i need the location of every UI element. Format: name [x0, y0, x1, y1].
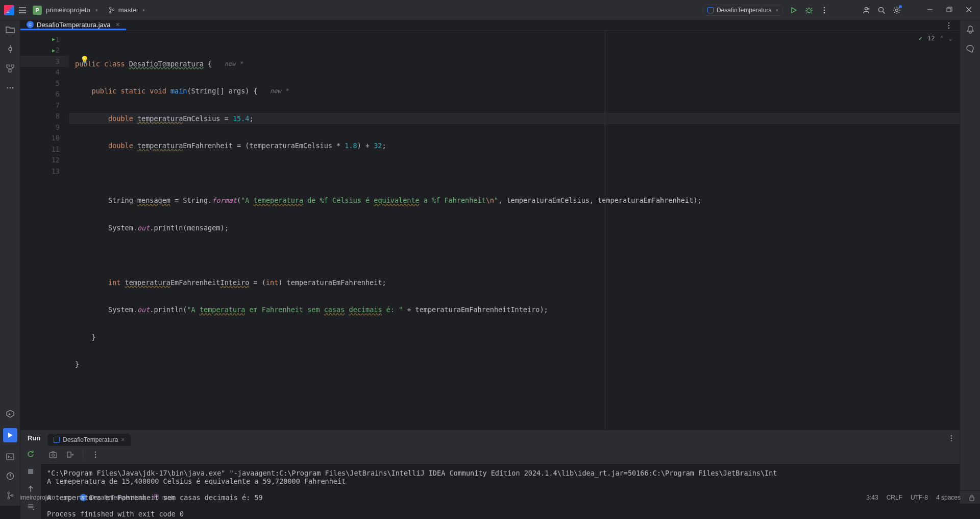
run-config-name: DesafioTemperatura: [717, 7, 772, 14]
svg-point-34: [95, 456, 96, 457]
exit-icon[interactable]: [65, 450, 76, 460]
readonly-lock-icon[interactable]: [969, 494, 975, 501]
line-number: 3: [56, 57, 60, 65]
debug-button[interactable]: [804, 6, 814, 15]
output-line: A temperatura em Fahrenheit sem casas de…: [47, 493, 263, 502]
project-name[interactable]: primeiroprojeto: [46, 6, 90, 14]
notifications-icon[interactable]: [965, 25, 975, 35]
main-menu-button[interactable]: [18, 7, 29, 14]
problems-icon[interactable]: [5, 471, 15, 481]
editor-tab[interactable]: C DesafioTemperatura.java ×: [20, 20, 126, 30]
svg-point-3: [112, 9, 114, 11]
svg-point-19: [948, 22, 949, 23]
run-actions: [41, 446, 960, 464]
terminal-icon[interactable]: [5, 452, 15, 462]
run-side-toolbar: [20, 446, 41, 520]
left-lower-toolbar: [0, 404, 20, 506]
svg-point-39: [11, 494, 13, 497]
right-margin-line: [605, 31, 605, 430]
camera-icon[interactable]: [48, 450, 58, 460]
svg-point-2: [109, 11, 111, 13]
svg-point-20: [948, 25, 949, 26]
up-arrow-icon[interactable]: [26, 484, 36, 494]
run-button[interactable]: [789, 6, 798, 15]
bulb-icon[interactable]: 💡: [80, 56, 89, 64]
code-content[interactable]: 💡 public class DesafioTemperatura { new …: [69, 31, 960, 430]
line-number: 13: [52, 167, 60, 175]
code-line: [69, 386, 960, 397]
more-tool-icon[interactable]: [5, 83, 15, 93]
run-tab-more[interactable]: [943, 431, 960, 446]
run-config-icon: [707, 7, 714, 13]
chevron-down-icon[interactable]: ▾: [95, 8, 98, 13]
search-everywhere-icon[interactable]: [877, 6, 886, 15]
minimize-button[interactable]: [927, 7, 934, 14]
code-line: System.out.println("A temperatura em Fah…: [69, 304, 960, 316]
svg-point-24: [951, 440, 952, 441]
vcs-branch[interactable]: master ▾: [108, 6, 145, 14]
maximize-button[interactable]: [946, 7, 953, 14]
chevron-down-icon: ▾: [142, 8, 145, 13]
rerun-icon[interactable]: [26, 449, 36, 459]
svg-point-21: [948, 27, 949, 28]
stop-icon[interactable]: [26, 466, 36, 477]
project-icon: P: [33, 6, 42, 15]
commit-tool-icon[interactable]: [5, 44, 15, 54]
run-tool-icon[interactable]: [3, 428, 17, 442]
output-line: A temeperatura de 15,400000 Celsius é eq…: [47, 477, 346, 485]
more-actions-button[interactable]: [820, 6, 829, 15]
close-tab-icon[interactable]: ×: [121, 436, 125, 443]
run-tab[interactable]: DesafioTemperatura ×: [47, 434, 131, 446]
svg-point-38: [8, 497, 10, 499]
vcs-tool-icon[interactable]: [5, 490, 15, 501]
svg-rect-15: [9, 69, 11, 72]
settings-icon[interactable]: [892, 6, 901, 15]
chevron-down-icon: ▾: [776, 8, 778, 13]
up-icon[interactable]: ⌃: [940, 35, 944, 42]
run-config-selector[interactable]: DesafioTemperatura ▾: [703, 5, 783, 16]
tab-more-icon[interactable]: [944, 21, 953, 30]
line-number: 12: [52, 156, 60, 164]
line-number: 2: [56, 46, 60, 54]
line-number: 8: [56, 112, 60, 120]
run-gutter-icon[interactable]: ▶: [52, 36, 55, 42]
svg-rect-0: [7, 12, 9, 13]
svg-point-10: [896, 9, 898, 11]
ide-logo-icon[interactable]: [4, 5, 14, 15]
svg-point-18: [12, 87, 13, 89]
down-icon[interactable]: ⌄: [949, 35, 952, 42]
project-tool-icon[interactable]: [5, 25, 15, 35]
close-tab-icon[interactable]: ×: [116, 20, 120, 29]
svg-point-30: [52, 454, 55, 456]
run-gutter-icon[interactable]: ▶: [52, 48, 55, 53]
run-tool-title[interactable]: Run: [20, 431, 47, 446]
titlebar: P primeiroprojeto ▾ master ▾ DesafioTemp…: [0, 0, 980, 20]
gutter[interactable]: ▶1 ▶2 3 4 5 6 7 8 9 10 11 12 13: [20, 31, 69, 430]
branch-icon: [108, 7, 115, 14]
code-line: }: [69, 359, 960, 370]
svg-rect-13: [7, 65, 9, 67]
run-output[interactable]: "C:\Program Files\Java\jdk-17\bin\java.e…: [41, 464, 960, 520]
svg-point-37: [8, 492, 10, 494]
check-icon: ✔: [919, 35, 922, 42]
svg-point-33: [95, 454, 96, 455]
down-arrows-icon[interactable]: [26, 501, 36, 511]
code-editor[interactable]: ▶1 ▶2 3 4 5 6 7 8 9 10 11 12 13 💡 public…: [20, 31, 960, 430]
inspection-widget[interactable]: ✔ 12 ⌃ ⌄: [919, 35, 952, 42]
svg-point-6: [824, 9, 825, 11]
code-with-me-icon[interactable]: [862, 6, 871, 15]
body-area: C DesafioTemperatura.java × ▶1 ▶2 3 4 5 …: [0, 20, 980, 490]
ai-assistant-icon[interactable]: [965, 44, 975, 54]
tab-actions: [938, 20, 960, 30]
svg-point-1: [109, 7, 111, 9]
output-line: "C:\Program Files\Java\jdk-17\bin\java.e…: [47, 469, 777, 477]
services-icon[interactable]: [5, 409, 15, 419]
line-number: 9: [56, 123, 60, 131]
right-toolbar: [960, 20, 980, 490]
structure-tool-icon[interactable]: [5, 63, 15, 74]
more-icon[interactable]: [90, 450, 101, 460]
close-button[interactable]: [966, 7, 973, 14]
java-class-icon: C: [27, 21, 34, 28]
run-body: Run DesafioTemperatura ×: [20, 431, 960, 520]
svg-point-22: [951, 435, 952, 436]
